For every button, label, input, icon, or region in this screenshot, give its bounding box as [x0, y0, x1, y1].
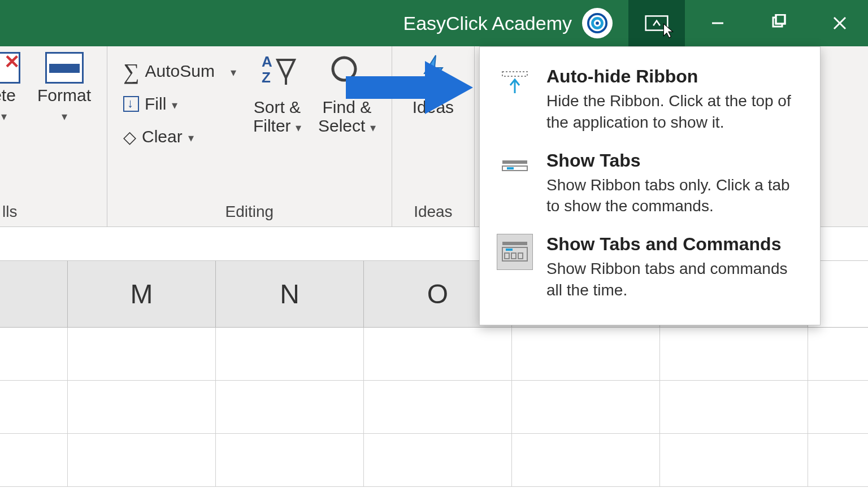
menu-item-desc: Hide the Ribbon. Click at the top of the… [546, 90, 803, 133]
chevron-down-icon: ▾ [172, 98, 177, 112]
chevron-down-icon: ▾ [1, 110, 7, 123]
group-label-cells: lls [0, 203, 91, 223]
ribbon-group-cells: ete ▾ Format ▾ lls [0, 46, 107, 226]
chevron-down-icon: ▾ [231, 66, 236, 79]
menu-item-title: Show Tabs and Commands [546, 234, 803, 255]
menu-item-show-tabs[interactable]: Show Tabs Show Ribbon tabs only. Click a… [480, 142, 820, 226]
autosum-label: AutoSum [145, 62, 215, 81]
fill-down-icon [123, 96, 139, 112]
fill-button[interactable]: Fill ▾ [123, 88, 236, 120]
chevron-down-icon: ▾ [62, 110, 67, 123]
delete-button[interactable]: ete ▾ [0, 52, 20, 123]
delete-icon [0, 52, 20, 84]
close-button[interactable] [811, 0, 868, 46]
eraser-icon: ◇ [123, 127, 136, 147]
grid-row[interactable] [0, 328, 868, 381]
format-label: Format [37, 86, 91, 105]
svg-point-2 [596, 21, 599, 25]
column-header-N[interactable]: N [216, 261, 364, 327]
sort-filter-icon: A Z [257, 52, 297, 95]
show-tabs-icon [497, 150, 533, 186]
grid-row[interactable] [0, 381, 868, 434]
column-header-L[interactable] [0, 261, 68, 327]
minimize-button[interactable] [689, 0, 746, 46]
format-icon [45, 52, 84, 84]
show-tabs-commands-icon [497, 234, 533, 270]
group-label-ideas: Ideas [413, 203, 454, 223]
svg-rect-19 [502, 242, 527, 245]
annotation-arrow [346, 56, 476, 121]
clear-label: Clear [142, 127, 183, 146]
fill-label: Fill [145, 94, 166, 114]
svg-rect-23 [511, 253, 516, 259]
ribbon-display-options-menu: Auto-hide Ribbon Hide the Ribbon. Click … [479, 46, 821, 325]
menu-item-title: Auto-hide Ribbon [546, 66, 803, 87]
menu-item-title: Show Tabs [546, 150, 803, 171]
account-name: EasyClick Academy [403, 12, 572, 34]
grid-row[interactable] [0, 434, 868, 487]
svg-rect-15 [502, 72, 527, 76]
menu-item-desc: Show Ribbon tabs and commands all the ti… [546, 258, 803, 301]
cursor-icon [662, 23, 675, 41]
svg-rect-21 [506, 249, 513, 251]
chevron-down-icon: ▾ [188, 131, 194, 145]
svg-rect-18 [507, 167, 514, 169]
menu-item-show-tabs-commands[interactable]: Show Tabs and Commands Show Ribbon tabs … [480, 226, 820, 310]
menu-item-desc: Show Ribbon tabs only. Click a tab to sh… [546, 175, 803, 217]
menu-item-auto-hide-ribbon[interactable]: Auto-hide Ribbon Hide the Ribbon. Click … [480, 58, 820, 142]
svg-rect-6 [776, 15, 785, 24]
sort-filter-button[interactable]: A Z Sort &Filter ▾ [253, 52, 301, 152]
svg-rect-24 [518, 253, 523, 259]
clear-button[interactable]: ◇ Clear ▾ [123, 121, 236, 152]
column-header-M[interactable]: M [68, 261, 216, 327]
ribbon-display-options-button[interactable] [628, 0, 685, 46]
auto-hide-ribbon-icon [497, 66, 533, 102]
svg-text:A: A [262, 53, 272, 70]
format-button[interactable]: Format ▾ [37, 52, 91, 123]
sort-filter-label: Sort &Filter ▾ [253, 98, 301, 135]
svg-rect-17 [502, 166, 527, 171]
sigma-icon: ∑ [123, 58, 140, 85]
group-label-editing: Editing [123, 203, 376, 223]
maximize-button[interactable] [750, 0, 807, 46]
account-avatar[interactable] [582, 8, 613, 38]
titlebar: EasyClick Academy [0, 0, 868, 46]
svg-rect-22 [505, 253, 509, 259]
delete-label: ete [0, 86, 16, 105]
svg-text:Z: Z [262, 69, 271, 86]
svg-rect-16 [502, 160, 527, 164]
autosum-button[interactable]: ∑ AutoSum ▾ [123, 55, 236, 87]
